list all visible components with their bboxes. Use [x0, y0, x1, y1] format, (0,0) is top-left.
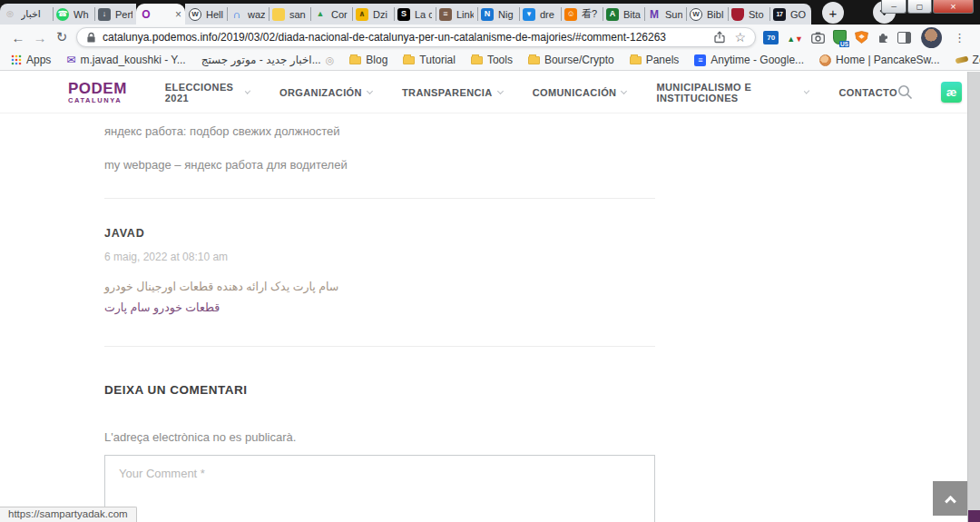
- apps-shortcut[interactable]: Apps: [11, 54, 51, 66]
- tab-go[interactable]: 17 GO: [769, 4, 811, 25]
- tab-label: Perf: [115, 9, 132, 20]
- tab-label: 看?: [582, 7, 599, 21]
- share-icon[interactable]: [713, 31, 726, 44]
- tab-label: san: [289, 9, 307, 20]
- tab-dre[interactable]: ▾ dre: [519, 4, 561, 25]
- tab-nig[interactable]: N Nig: [477, 4, 519, 25]
- tab-dzi[interactable]: ∧ Dzi: [352, 4, 394, 25]
- tab-close-icon[interactable]: ×: [175, 8, 181, 21]
- wordpress-icon: W: [189, 8, 201, 21]
- tab-link[interactable]: ≡ Link: [436, 4, 477, 25]
- whatsapp-icon: ☎: [56, 8, 69, 21]
- back-button[interactable]: ←: [7, 30, 29, 45]
- podem-catalunya-logo[interactable]: PODEM CATALUNYA: [68, 81, 127, 104]
- nav-organizacion[interactable]: ORGANIZACIÓN: [279, 87, 372, 98]
- book-icon: ≡: [439, 8, 452, 21]
- tab-label: La c: [415, 9, 432, 20]
- bookmark-gmail[interactable]: ✉ m.javad_koushki - Y...: [66, 54, 185, 66]
- comment-body-link[interactable]: قطعات خودرو سام پارت: [104, 300, 220, 314]
- tab-counter-extension-icon[interactable]: 70: [763, 31, 779, 44]
- screenshot-extension-icon[interactable]: [811, 32, 825, 44]
- tab-kan[interactable]: ☺ 看?: [561, 4, 603, 25]
- maximize-button[interactable]: ▢: [907, 0, 932, 14]
- graduation-cap-icon: ∧: [356, 8, 368, 21]
- tab-label: GO: [790, 9, 808, 20]
- browser-menu-icon[interactable]: ⋮: [950, 31, 969, 44]
- bookmark-folder-tutorial[interactable]: Tutorial: [403, 54, 456, 66]
- scrollbar-accent: [968, 510, 980, 522]
- waze-icon: ∩: [230, 8, 243, 21]
- chevron-down-icon: [367, 87, 373, 94]
- minimize-button[interactable]: ─: [881, 0, 906, 14]
- yellow-doc-icon: [272, 8, 285, 21]
- comment-signature[interactable]: my webpage – яндекс работа для водителей: [104, 158, 655, 172]
- folder-icon: [349, 56, 361, 64]
- bookmark-folder-blog[interactable]: Blog: [349, 54, 387, 66]
- link-status-bar: https://sampartyadak.com: [0, 507, 137, 522]
- tabs: ◎ اخبار ☎ Wh ↓ Perf O × W Hell ∩: [0, 0, 811, 25]
- bookmark-zodiacs[interactable]: Zodiacs: [956, 54, 980, 66]
- tab-bita[interactable]: A Bita: [603, 4, 644, 25]
- nav-contacto[interactable]: CONTACTO: [838, 87, 897, 98]
- back-to-top-button[interactable]: [933, 481, 967, 516]
- reload-button[interactable]: ↻: [51, 29, 73, 45]
- vpn-extension-icon[interactable]: US: [833, 30, 847, 44]
- tab-sun[interactable]: M Sun: [644, 4, 686, 25]
- translator-extension-badge[interactable]: æ: [941, 82, 962, 103]
- chevron-down-icon: [621, 87, 627, 94]
- tab-label: Sto: [749, 9, 766, 20]
- anytime-icon: ≡: [694, 54, 706, 66]
- extensions-puzzle-icon[interactable]: [877, 31, 889, 44]
- wordpress-icon: W: [690, 8, 702, 21]
- tab-san[interactable]: san: [269, 4, 310, 25]
- apps-grid-icon: [11, 54, 22, 65]
- nav-municipalismo[interactable]: MUNICIPALISMO E INSTITUCIONES: [656, 82, 808, 103]
- close-button[interactable]: ×: [933, 0, 974, 14]
- lock-icon: [86, 32, 96, 44]
- bookmark-akhbar[interactable]: اخبار جديد - موتور جستج... ◎: [201, 54, 335, 66]
- purple-m-icon: M: [648, 8, 661, 21]
- comment-date[interactable]: 6 maig, 2022 at 08:10 am: [104, 251, 655, 263]
- tab-hell[interactable]: W Hell: [185, 4, 227, 25]
- site-search-icon[interactable]: [897, 84, 913, 100]
- tab-lac[interactable]: S La c: [394, 4, 436, 25]
- black-s-icon: S: [397, 8, 410, 21]
- bookmark-folder-panels[interactable]: Panels: [630, 54, 680, 66]
- tab-bibl[interactable]: W Bibl: [686, 4, 728, 25]
- page-scrollbar[interactable]: [967, 72, 980, 522]
- metamask-fox-icon[interactable]: [855, 31, 868, 44]
- nav-comunicacion[interactable]: COMUNICACIÓN: [533, 87, 627, 98]
- tab-active-podemos[interactable]: O ×: [136, 4, 185, 25]
- tab-label: Bibl: [707, 9, 724, 20]
- comment-textarea[interactable]: [104, 455, 655, 522]
- tab-cor[interactable]: ▲ Cor: [310, 4, 352, 25]
- comment-divider: [104, 198, 655, 199]
- stocks-extension-icon[interactable]: ▲▼: [787, 29, 803, 45]
- bookmark-folder-bourse[interactable]: Bourse/Crypto: [528, 54, 614, 66]
- tab-akhbar[interactable]: ◎ اخبار: [0, 4, 53, 25]
- side-panel-icon[interactable]: [897, 32, 911, 44]
- site-header: PODEM CATALUNYA ELECCIONES 2021 ORGANIZA…: [0, 72, 980, 113]
- url-text: catalunya.podemos.info/2019/03/02/diada-…: [103, 31, 704, 44]
- tab-perf[interactable]: ↓ Perf: [94, 4, 136, 25]
- tab-sto[interactable]: Sto: [728, 4, 769, 25]
- address-bar[interactable]: catalunya.podemos.info/2019/03/02/diada-…: [76, 27, 756, 47]
- nav-transparencia[interactable]: TRANSPARENCIA: [402, 87, 503, 98]
- tab-label: Dzi: [373, 9, 390, 20]
- profile-avatar[interactable]: [921, 27, 942, 48]
- bookmark-label: Blog: [366, 54, 387, 66]
- bookmark-star-icon[interactable]: ☆: [735, 30, 747, 44]
- bookmark-label: Zodiacs: [973, 54, 980, 66]
- tab-waz[interactable]: ∩ waz: [227, 4, 269, 25]
- forward-button[interactable]: →: [29, 30, 51, 45]
- bookmark-anytime[interactable]: ≡ Anytime - Google...: [694, 54, 804, 66]
- nav-elecciones[interactable]: ELECCIONES 2021: [165, 82, 250, 103]
- bookmark-pancakeswap[interactable]: Home | PancakeSw...: [819, 54, 940, 66]
- comment-body-text: سام پارت یدک ارائه دهنده قطعات اورجینال …: [104, 280, 655, 293]
- bookmark-folder-tools[interactable]: Tools: [471, 54, 513, 66]
- tab-whatsapp[interactable]: ☎ Wh: [53, 4, 94, 25]
- envelope-icon: ✉: [66, 54, 75, 66]
- tab-label: dre: [540, 9, 557, 20]
- bookmark-label: Tutorial: [419, 54, 456, 66]
- new-tab-button[interactable]: +: [822, 2, 844, 24]
